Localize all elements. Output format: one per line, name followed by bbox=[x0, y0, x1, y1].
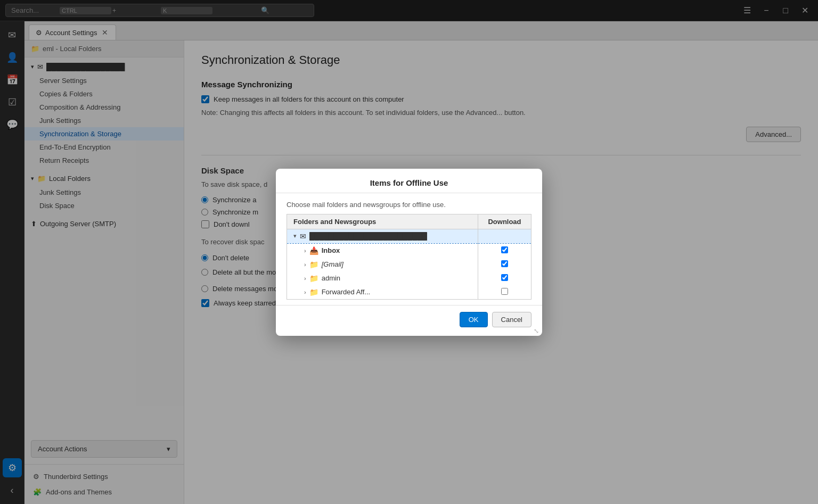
inbox-folder-cell: › 📥 Inbox bbox=[287, 243, 478, 258]
more-label: Forwarded Aff... bbox=[322, 288, 371, 296]
gmail-download-cell bbox=[478, 258, 531, 271]
account-folder-cell: ▾ ✉ ████████████████████████ bbox=[287, 229, 478, 243]
table-row-account: ▾ ✉ ████████████████████████ bbox=[287, 229, 531, 243]
table-row-admin: › 📁 admin bbox=[287, 271, 531, 285]
gmail-icon: 📁 bbox=[309, 260, 318, 269]
table-header-row: Folders and Newsgroups Download bbox=[287, 214, 531, 229]
modal-body: Choose mail folders and newsgroups for o… bbox=[276, 193, 542, 305]
admin-folder-cell: › 📁 admin bbox=[287, 271, 478, 285]
account-label: ████████████████████████ bbox=[309, 232, 427, 240]
folders-table: Folders and Newsgroups Download ▾ ✉ ████… bbox=[287, 214, 531, 300]
gmail-label: [Gmail] bbox=[322, 260, 343, 268]
ok-button[interactable]: OK bbox=[460, 312, 488, 327]
admin-label: admin bbox=[322, 274, 340, 282]
gmail-expand-btn[interactable]: › bbox=[304, 261, 306, 268]
inbox-expand-btn[interactable]: › bbox=[304, 247, 306, 254]
account-folder-name: ▾ ✉ ████████████████████████ bbox=[293, 232, 471, 241]
cancel-button[interactable]: Cancel bbox=[492, 312, 531, 327]
modal-footer: OK Cancel bbox=[276, 305, 542, 336]
col-download: Download bbox=[478, 214, 531, 229]
more-expand-btn[interactable]: › bbox=[304, 289, 306, 295]
table-row-inbox: › 📥 Inbox bbox=[287, 243, 531, 258]
account-download-cell bbox=[478, 229, 531, 243]
inbox-icon: 📥 bbox=[309, 246, 318, 255]
modal-title: Items for Offline Use bbox=[276, 169, 542, 193]
modal-resize-handle[interactable]: ⤡ bbox=[534, 327, 540, 334]
modal-overlay: Items for Offline Use Choose mail folder… bbox=[0, 0, 818, 504]
more-download-checkbox[interactable] bbox=[501, 288, 508, 295]
inbox-download-checkbox[interactable] bbox=[501, 246, 508, 253]
inbox-download-cell bbox=[478, 243, 531, 258]
account-expand-btn[interactable]: ▾ bbox=[293, 233, 297, 239]
admin-download-cell bbox=[478, 271, 531, 285]
more-icon: 📁 bbox=[309, 288, 318, 296]
more-download-cell bbox=[478, 285, 531, 300]
admin-download-checkbox[interactable] bbox=[501, 274, 508, 281]
inbox-folder-name: › 📥 Inbox bbox=[293, 246, 471, 255]
items-for-offline-modal: Items for Offline Use Choose mail folder… bbox=[276, 169, 542, 336]
admin-expand-btn[interactable]: › bbox=[304, 275, 306, 282]
more-folder-name: › 📁 Forwarded Aff... bbox=[293, 288, 471, 296]
gmail-download-checkbox[interactable] bbox=[501, 260, 508, 267]
admin-icon: 📁 bbox=[309, 274, 318, 283]
col-folders: Folders and Newsgroups bbox=[287, 214, 478, 229]
admin-folder-name: › 📁 admin bbox=[293, 274, 471, 283]
inbox-label: Inbox bbox=[322, 246, 340, 254]
account-mail-icon: ✉ bbox=[300, 232, 306, 241]
gmail-folder-name: › 📁 [Gmail] bbox=[293, 260, 471, 269]
table-row-more: › 📁 Forwarded Aff... bbox=[287, 285, 531, 300]
gmail-folder-cell: › 📁 [Gmail] bbox=[287, 258, 478, 271]
table-row-gmail: › 📁 [Gmail] bbox=[287, 258, 531, 271]
modal-subtitle: Choose mail folders and newsgroups for o… bbox=[287, 201, 531, 209]
more-folder-cell: › 📁 Forwarded Aff... bbox=[287, 285, 478, 300]
